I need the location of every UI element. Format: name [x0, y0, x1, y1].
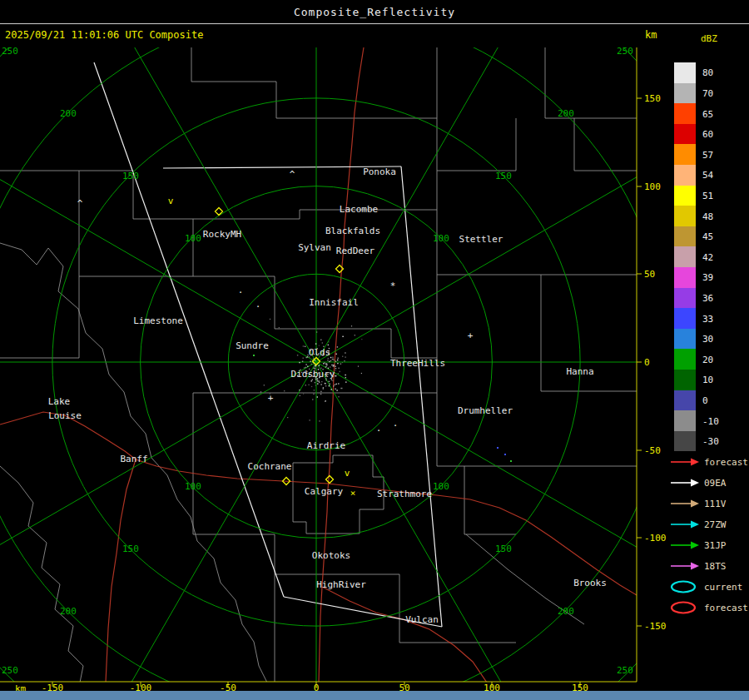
- white-caret-mark: ^: [77, 199, 83, 208]
- radar-echo: [320, 391, 321, 392]
- radar-echo: [330, 366, 330, 367]
- colorbar-label: 10: [702, 375, 713, 385]
- radar-echo: [361, 373, 362, 374]
- radar-echo: [317, 383, 318, 384]
- radar-echo: [299, 362, 300, 363]
- y-axis-label: -150: [644, 622, 667, 631]
- radar-map-display[interactable]: [0, 0, 749, 700]
- city-label: Sundre: [236, 341, 269, 350]
- radar-echo: [313, 358, 314, 359]
- city-label: Stettler: [459, 235, 503, 244]
- colorbar-label: 39: [702, 273, 713, 282]
- echo-dot: [504, 454, 506, 455]
- status-bar: [0, 691, 749, 700]
- city-label: Olds: [309, 348, 331, 357]
- radar-echo: [303, 345, 304, 346]
- x-axis-label: -50: [220, 683, 236, 693]
- arrow-icon: [669, 518, 701, 531]
- legend-item-27ZW: [669, 518, 701, 531]
- radar-echo: [328, 341, 329, 342]
- radar-echo: [305, 385, 306, 385]
- radar-echo: [335, 368, 336, 369]
- range-label: 200: [60, 109, 77, 118]
- azimuth-spoke: [96, 362, 316, 700]
- legend-item-current: [669, 580, 701, 593]
- radar-echo: [336, 384, 337, 385]
- radar-echo: [341, 388, 342, 389]
- colorbar-segment-60: [674, 124, 696, 145]
- range-label: 200: [558, 109, 574, 118]
- colorbar-label: -10: [702, 416, 719, 425]
- arrow-icon: [669, 497, 701, 510]
- range-label: 250: [617, 666, 633, 675]
- radar-echo: [329, 385, 330, 386]
- colorbar-segment-33: [674, 308, 696, 329]
- radar-echo: [320, 394, 321, 395]
- white-dot-mark: ·: [393, 421, 399, 430]
- range-label: 250: [2, 47, 18, 56]
- white-dot-mark: ·: [238, 288, 244, 297]
- radar-echo: [342, 336, 343, 337]
- city-label: Vulcan: [405, 615, 439, 624]
- city-label: Brooks: [573, 578, 607, 588]
- radar-echo: [358, 366, 359, 367]
- x-axis-label: -100: [130, 683, 152, 693]
- radar-echo: [340, 371, 340, 372]
- radar-echo: [324, 362, 325, 363]
- echo-dot: [497, 447, 499, 449]
- city-label: Okotoks: [312, 551, 350, 560]
- legend-label: 111V: [704, 499, 727, 509]
- colorbar-segment-10: [674, 370, 696, 390]
- radar-echo: [315, 382, 315, 383]
- radar-app-window: Composite_Reflectivity 2025/09/21 11:01:…: [0, 0, 749, 700]
- radar-echo: [333, 385, 334, 386]
- radar-echo: [311, 364, 312, 365]
- legend-label: 18TS: [704, 562, 727, 571]
- ellipse-icon: [669, 580, 701, 593]
- colorbar-segment-20: [674, 349, 696, 370]
- radar-echo: [345, 377, 346, 378]
- legend-label: current: [704, 583, 742, 592]
- radar-echo: [320, 384, 321, 385]
- range-label: 150: [122, 544, 139, 554]
- legend-label: 31JP: [704, 541, 727, 550]
- radar-echo: [309, 385, 310, 385]
- yellow-check-mark: v: [168, 196, 174, 206]
- radar-echo: [344, 360, 345, 361]
- city-label: RockyMH: [203, 230, 241, 239]
- colorbar-segment-51: [674, 186, 696, 206]
- radar-echo: [299, 390, 300, 390]
- white-asterisk-mark: *: [390, 281, 396, 290]
- colorbar-segment-80: [674, 62, 696, 83]
- radar-echo: [345, 356, 345, 357]
- radar-echo: [335, 389, 335, 390]
- yellow-check-mark: v: [345, 469, 350, 478]
- city-label: Strathmore: [377, 489, 432, 499]
- legend-item-31JP: [669, 539, 701, 552]
- legend-item-09EA: [669, 476, 701, 489]
- radar-echo: [355, 335, 355, 335]
- colorbar-label: 42: [702, 252, 713, 261]
- radar-echo: [322, 342, 323, 343]
- radar-echo: [306, 357, 307, 358]
- legend-label: 27ZW: [704, 520, 727, 529]
- colorbar-label: 65: [702, 109, 713, 118]
- radar-echo: [325, 364, 326, 365]
- radar-echo: [325, 385, 326, 386]
- radar-echo: [260, 391, 261, 392]
- radar-echo: [297, 355, 298, 355]
- radar-echo: [300, 395, 300, 396]
- colorbar-segment-30: [674, 329, 696, 350]
- y-axis-label: 150: [644, 94, 661, 103]
- legend-item-forecast: [669, 455, 701, 469]
- radar-echo: [335, 370, 336, 371]
- colorbar-label: 0: [702, 395, 708, 405]
- radar-echo: [361, 339, 362, 340]
- radar-echo: [332, 357, 333, 358]
- city-label: Calgary: [305, 487, 343, 496]
- radar-echo: [331, 379, 332, 380]
- city-label: Didsbury: [291, 370, 335, 379]
- azimuth-spoke: [0, 141, 316, 362]
- legend-item-forecast: [669, 601, 701, 614]
- city-label: Sylvan: [298, 243, 331, 252]
